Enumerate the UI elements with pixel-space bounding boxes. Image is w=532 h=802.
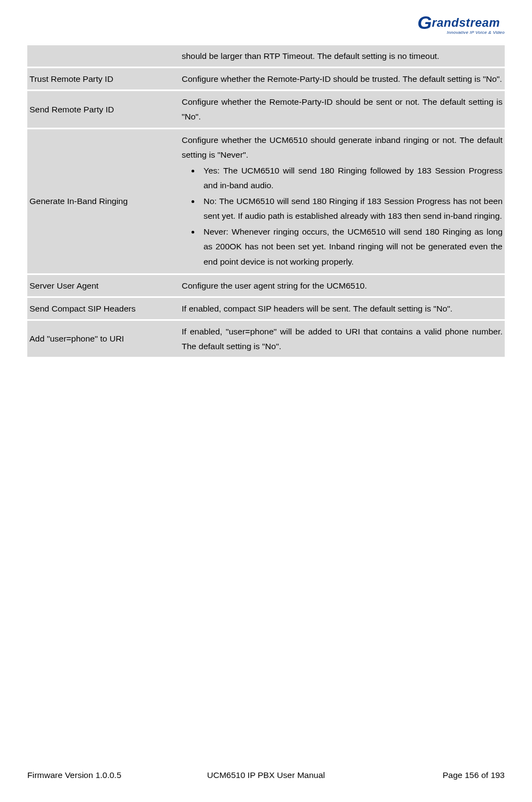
row-desc: Configure whether the Remote-Party-ID sh…	[177, 91, 505, 127]
table-row: Server User Agent Configure the user age…	[27, 275, 505, 296]
footer-left: Firmware Version 1.0.0.5	[27, 770, 121, 780]
logo-text: randstream	[432, 16, 500, 29]
list-item: Never: Whenever ringing occurs, the UCM6…	[200, 224, 503, 268]
table-row: Add "user=phone" to URI If enabled, "use…	[27, 321, 505, 357]
table-row: Trust Remote Party ID Configure whether …	[27, 68, 505, 89]
row-desc: Configure whether the Remote-Party-ID sh…	[177, 68, 505, 89]
table-row: Send Remote Party ID Configure whether t…	[27, 91, 505, 127]
row-label: Generate In-Band Ringing	[27, 129, 177, 273]
table-row: should be larger than RTP Timeout. The d…	[27, 45, 505, 67]
table-row: Send Compact SIP Headers If enabled, com…	[27, 298, 505, 319]
row-desc: Configure whether the UCM6510 should gen…	[177, 129, 505, 273]
footer-right: Page 156 of 193	[443, 770, 505, 780]
row-label: Send Compact SIP Headers	[27, 298, 177, 319]
list-item: No: The UCM6510 will send 180 Ringing if…	[200, 194, 503, 223]
row-desc: If enabled, "user=phone" will be added t…	[177, 321, 505, 357]
logo-letter: G	[417, 12, 432, 33]
settings-table: should be larger than RTP Timeout. The d…	[27, 44, 505, 358]
row-label: Add "user=phone" to URI	[27, 321, 177, 357]
brand-logo: Grandstream Innovative IP Voice & Video	[417, 10, 505, 36]
content-area: should be larger than RTP Timeout. The d…	[27, 44, 505, 358]
page: Grandstream Innovative IP Voice & Video …	[0, 0, 532, 802]
row-label	[27, 45, 177, 67]
page-footer: UCM6510 IP PBX User Manual Firmware Vers…	[27, 770, 505, 780]
row-label: Trust Remote Party ID	[27, 68, 177, 89]
row-desc: Configure the user agent string for the …	[177, 275, 505, 296]
row-desc-list: Yes: The UCM6510 will send 180 Ringing f…	[182, 163, 503, 269]
row-label: Server User Agent	[27, 275, 177, 296]
row-desc: If enabled, compact SIP headers will be …	[177, 298, 505, 319]
row-desc-intro: Configure whether the UCM6510 should gen…	[182, 133, 503, 162]
row-label: Send Remote Party ID	[27, 91, 177, 127]
row-desc: should be larger than RTP Timeout. The d…	[177, 45, 505, 67]
table-row: Generate In-Band Ringing Configure wheth…	[27, 129, 505, 273]
list-item: Yes: The UCM6510 will send 180 Ringing f…	[200, 163, 503, 193]
